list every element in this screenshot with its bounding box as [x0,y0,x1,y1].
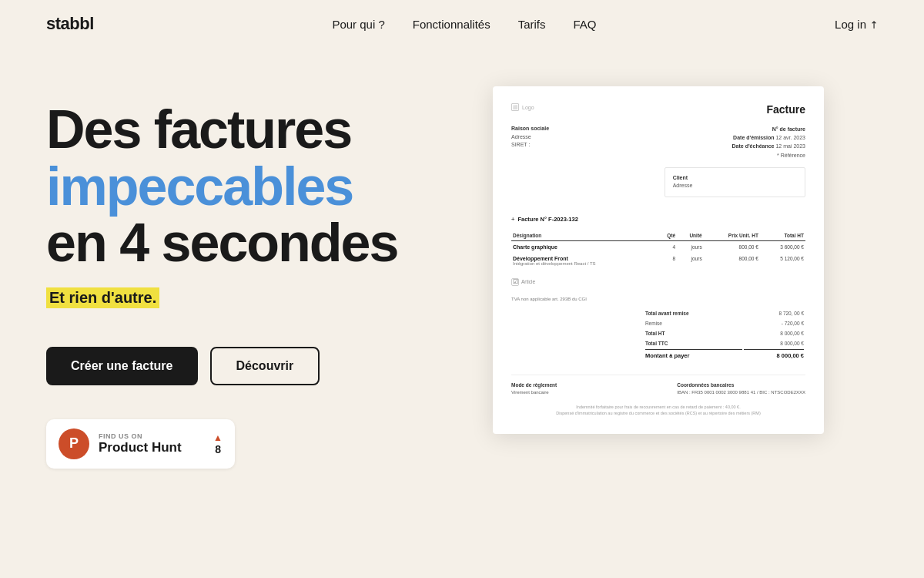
product-hunt-text: FIND US ON Product Hunt [99,432,204,455]
grand-total-row: Montant à payer 8 000,00 € [645,349,804,361]
total-row: Total HT 8 000,00 € [645,329,804,338]
nav-faq[interactable]: FAQ [574,18,597,31]
logo: stabbl [46,14,94,34]
total-row: Remise - 720,00 € [645,319,804,328]
product-hunt-votes: ▲ 8 [213,432,223,455]
total-row: Total TTC 8 000,00 € [645,339,804,348]
hero-subtitle: Et rien d'autre. [46,287,462,347]
invoice-footer: Indemnité forfaitaire pour frais de reco… [511,404,805,418]
product-hunt-name: Product Hunt [99,440,204,455]
invoice-totals: Total avant remise 8 720, 00 € Remise - … [511,307,805,362]
invoice-meta: Raison sociale Adresse SIRET : N° de fac… [511,125,805,160]
invoice-client-wrapper: Client Adresse [511,167,805,207]
hero-section: Des factures impeccables en 4 secondes E… [46,79,462,469]
add-article-button[interactable]: ☑ Article [511,278,805,286]
table-row: Développement Front Intégration et dével… [511,253,805,269]
product-hunt-icon: P [59,428,89,459]
bank-details: Coordonnées bancaires IBAN : FR35 0001 0… [677,381,805,396]
invoice-details: N° de facture Date d'émission 12 avr. 20… [732,125,805,160]
product-hunt-badge[interactable]: P FIND US ON Product Hunt ▲ 8 [46,419,235,469]
nav-tarifs[interactable]: Tarifs [518,18,546,31]
header: stabbl Pour qui ? Fonctionnalités Tarifs… [0,0,924,48]
invoice-client: Client Adresse [665,167,805,197]
invoice-table-body: Charte graphique 4 jours 800,00 € 3 600,… [511,240,805,269]
main-nav: Pour qui ? Fonctionnalités Tarifs FAQ [332,18,596,31]
main-content: Des factures impeccables en 4 secondes E… [0,48,924,499]
payment-mode: Mode de règlement Virement bancaire [511,381,557,396]
external-link-icon: ↗ [866,17,880,31]
invoice-title: Facture [766,103,805,116]
product-hunt-find-label: FIND US ON [99,432,204,440]
invoice-table-header: Désignation Qté Unité Prix Unit. HT Tota… [511,230,805,241]
hero-title: Des factures impeccables en 4 secondes [46,102,462,272]
invoice-tva-note: TVA non applicable art. 293B du CGI [511,297,805,301]
invoice-number-row: + Facture N° F-2023-132 [511,216,805,223]
image-icon: ⬜ [511,103,519,111]
invoice-preview: ⬜ Logo Facture Raison sociale Adresse SI… [493,86,824,434]
invoice-payment: Mode de règlement Virement bancaire Coor… [511,375,805,396]
create-invoice-button[interactable]: Créer une facture [46,347,198,385]
table-row: Charte graphique 4 jours 800,00 € 3 600,… [511,240,805,253]
upvote-arrow-icon: ▲ [213,432,223,443]
checkbox-icon: ☑ [511,278,519,286]
invoice-logo: ⬜ Logo [511,103,534,111]
totals-table: Total avant remise 8 720, 00 € Remise - … [644,307,805,362]
nav-pour-qui[interactable]: Pour qui ? [332,18,384,31]
cta-buttons: Créer une facture Découvrir [46,347,462,385]
invoice-company: Raison sociale Adresse SIRET : [511,125,549,160]
nav-fonctionnalites[interactable]: Fonctionnalités [413,18,490,31]
invoice-header: ⬜ Logo Facture [511,103,805,116]
discover-button[interactable]: Découvrir [210,347,320,385]
login-link[interactable]: Log in ↗ [835,18,878,31]
invoice-table: Désignation Qté Unité Prix Unit. HT Tota… [511,230,805,269]
total-row: Total avant remise 8 720, 00 € [645,309,804,318]
